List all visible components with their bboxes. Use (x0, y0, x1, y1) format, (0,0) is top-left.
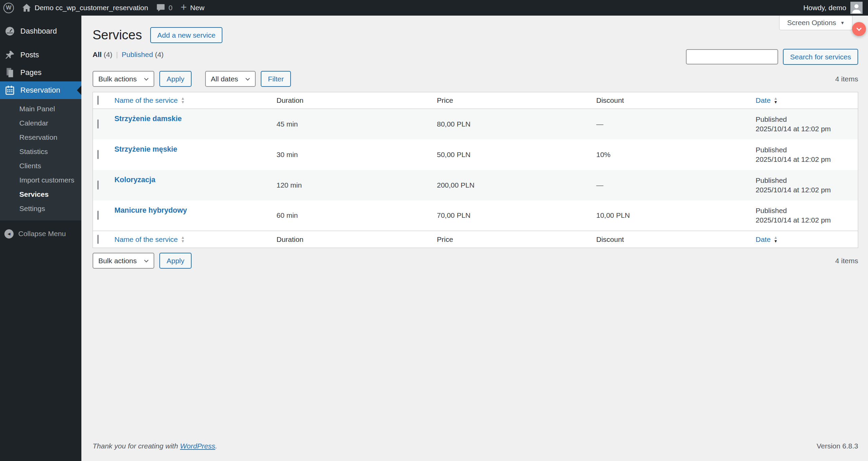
apply-button[interactable]: Apply (159, 71, 192, 87)
date-cell: Published 2025/10/14 at 12:02 pm (756, 139, 858, 170)
sort-by-name-link[interactable]: Name of the service ▲▼ (115, 235, 185, 244)
table-header-row: Name of the service ▲▼ Duration Price Di… (93, 92, 858, 109)
date-cell: Published 2025/10/14 at 12:02 pm (756, 200, 858, 231)
sidebar-item-posts[interactable]: Posts (0, 46, 81, 64)
sidebar-item-reservation[interactable]: Reservation (0, 81, 81, 99)
wordpress-link[interactable]: WordPress (180, 442, 215, 450)
submenu-item-main-panel[interactable]: Main Panel (0, 102, 81, 116)
bulk-actions-select[interactable]: Bulk actions (93, 71, 154, 87)
view-all-link[interactable]: All (4) (93, 51, 112, 59)
row-checkbox[interactable] (97, 180, 99, 190)
sort-by-name-link[interactable]: Name of the service ▲▼ (115, 96, 185, 104)
search-row: Search for services (686, 49, 858, 65)
bulk-actions-select[interactable]: Bulk actions (93, 253, 154, 269)
price-cell: 80,00 PLN (437, 109, 596, 139)
column-name-label: Name of the service (115, 235, 178, 244)
collapse-arrow-icon: ◀ (4, 229, 14, 238)
sidebar-item-label: Posts (20, 51, 39, 59)
items-count: 4 items (835, 75, 858, 83)
table-row: Strzyżenie damskie 45 min 80,00 PLN — Pu… (93, 109, 858, 139)
select-all-checkbox[interactable] (97, 235, 99, 244)
apply-button[interactable]: Apply (159, 253, 192, 269)
select-all-checkbox[interactable] (97, 96, 99, 105)
tablenav-top: Bulk actions Apply All dates Filter 4 it… (93, 71, 858, 87)
submenu-item-clients[interactable]: Clients (0, 159, 81, 173)
sort-by-date-link[interactable]: Date ▲▼ (756, 96, 778, 104)
avatar (850, 2, 863, 14)
service-title-link[interactable]: Manicure hybrydowy (115, 206, 187, 214)
view-published-count: (4) (155, 51, 164, 58)
price-cell: 50,00 PLN (437, 139, 596, 170)
comments-link[interactable]: 0 (156, 0, 173, 16)
submenu-item-import-customers[interactable]: Import customers (0, 173, 81, 187)
submenu-item-services[interactable]: Services (0, 187, 81, 201)
new-label: New (190, 4, 204, 12)
floating-action-button[interactable] (852, 22, 866, 36)
column-date-label: Date (756, 235, 771, 244)
view-published-link[interactable]: Published (4) (122, 51, 164, 59)
admin-bar-left: W Demo cc_wp_customer_reservation 0 + Ne… (3, 0, 204, 16)
site-name-link[interactable]: Demo cc_wp_customer_reservation (22, 0, 148, 16)
datetime-label: 2025/10/14 at 12:02 pm (756, 185, 858, 195)
wordpress-menu-button[interactable]: W (3, 0, 14, 16)
sort-arrows-icon: ▲▼ (181, 97, 185, 104)
column-price-label: Price (437, 235, 453, 243)
search-for-services-button[interactable]: Search for services (783, 49, 858, 65)
column-price-label: Price (437, 96, 453, 104)
calendar-icon (4, 85, 15, 95)
chevron-down-icon (856, 25, 862, 31)
home-icon (22, 3, 31, 13)
wordpress-logo-icon: W (3, 3, 14, 13)
service-title-link[interactable]: Koloryzacja (115, 176, 156, 184)
title-row: Services Add a new service (93, 27, 858, 43)
view-published-label: Published (122, 51, 153, 58)
comment-bubble-icon (156, 4, 165, 12)
sidebar-item-label: Reservation (20, 86, 60, 95)
price-cell: 70,00 PLN (437, 200, 596, 231)
screen-options-label: Screen Options (787, 19, 836, 27)
all-dates-select[interactable]: All dates (205, 71, 256, 87)
service-title-link[interactable]: Strzyżenie damskie (115, 115, 182, 123)
admin-sidebar: Dashboard Posts Pages Reservati (0, 16, 81, 461)
table-footer: Name of the service ▲▼ Duration Price Di… (93, 231, 858, 248)
main-content: Screen Options ▼ Services Add a new serv… (81, 16, 868, 461)
row-checkbox[interactable] (97, 119, 99, 129)
chevron-down-icon (144, 76, 149, 80)
page-title: Services (93, 28, 142, 42)
filter-button[interactable]: Filter (261, 71, 291, 87)
table-row: Manicure hybrydowy 60 min 70,00 PLN 10,0… (93, 200, 858, 231)
version-label: Version 6.8.3 (816, 442, 858, 450)
sidebar-item-pages[interactable]: Pages (0, 64, 81, 81)
chevron-down-icon (245, 76, 250, 80)
table-body: Strzyżenie damskie 45 min 80,00 PLN — Pu… (93, 109, 858, 231)
pushpin-icon (4, 50, 15, 60)
sort-arrows-icon: ▲▼ (774, 97, 778, 104)
service-title-link[interactable]: Strzyżenie męskie (115, 145, 177, 153)
sidebar-item-dashboard[interactable]: Dashboard (0, 22, 81, 40)
duration-cell: 45 min (277, 109, 437, 139)
submenu-item-settings[interactable]: Settings (0, 201, 81, 216)
submenu-item-reservation[interactable]: Reservation (0, 130, 81, 145)
footer-thanks-text: Thank you for creating with WordPress. (93, 442, 217, 450)
column-date-label: Date (756, 96, 771, 104)
new-content-button[interactable]: + New (181, 0, 204, 16)
bulk-actions-label: Bulk actions (98, 257, 137, 265)
view-all-count: (4) (104, 51, 113, 58)
sort-arrows-icon: ▲▼ (181, 236, 185, 243)
collapse-menu-button[interactable]: ◀ Collapse Menu (0, 225, 81, 242)
table-row: Koloryzacja 120 min 200,00 PLN — Publish… (93, 170, 858, 200)
search-input[interactable] (686, 49, 778, 64)
submenu-item-calendar[interactable]: Calendar (0, 116, 81, 130)
reservation-submenu: Main Panel Calendar Reservation Statisti… (0, 99, 81, 220)
row-checkbox[interactable] (97, 211, 99, 220)
add-new-service-button[interactable]: Add a new service (150, 27, 223, 43)
submenu-item-statistics[interactable]: Statistics (0, 145, 81, 159)
admin-bar: W Demo cc_wp_customer_reservation 0 + Ne… (0, 0, 868, 16)
price-cell: 200,00 PLN (437, 170, 596, 200)
sort-by-date-link[interactable]: Date ▲▼ (756, 235, 778, 244)
account-menu[interactable]: Howdy, demo (803, 2, 863, 14)
column-discount-label: Discount (596, 235, 624, 243)
row-checkbox[interactable] (97, 150, 99, 159)
screen-options-button[interactable]: Screen Options ▼ (779, 16, 852, 30)
datetime-label: 2025/10/14 at 12:02 pm (756, 155, 858, 164)
